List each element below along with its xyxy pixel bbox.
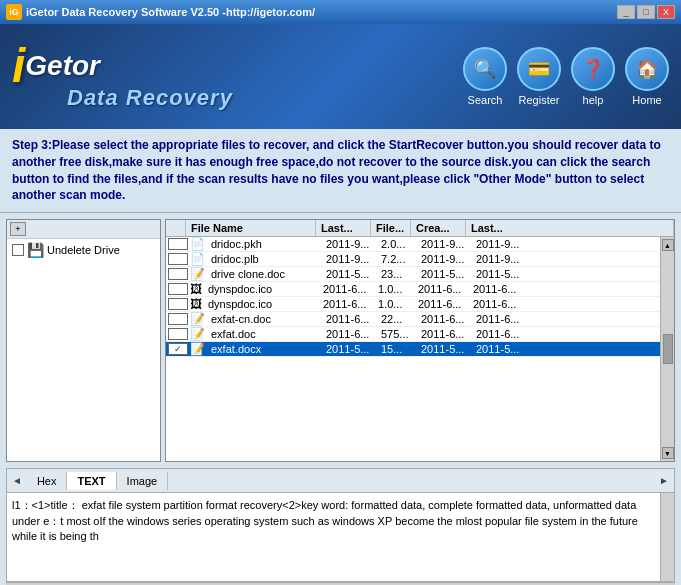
file-last2-cell: 2011-6... [469,282,660,296]
close-button[interactable]: X [657,5,675,19]
file-created-cell: 2011-6... [414,297,469,311]
row-checkbox[interactable] [168,253,188,265]
file-type-icon: 📝 [190,312,205,326]
nav-help[interactable]: ❓ help [571,47,615,106]
file-header-file: File... [371,220,411,236]
scroll-thumb[interactable] [663,334,673,364]
title-bar-title: iGetor Data Recovery Software V2.50 -htt… [26,6,315,18]
step-text: Step 3:Please select the appropriate fil… [0,129,681,213]
preview-content: l1：<1>title： exfat file system partition… [6,492,675,582]
tree-item-label: Undelete Drive [47,244,120,256]
table-row[interactable]: 📄dridoc.plb2011-9...7.2...2011-9...2011-… [166,252,660,267]
file-type-icon: 📄 [190,252,205,266]
file-name-cell: exfat.docx [207,342,322,356]
file-name-cell: dynspdoc.ico [204,282,319,296]
title-bar-controls: _ □ X [617,5,675,19]
file-header-last: Last... [316,220,371,236]
row-checkbox[interactable] [168,298,188,310]
preview-section: ◄ Hex TEXT Image ► l1：<1>title： exfat fi… [0,468,681,585]
file-last-cell: 2011-6... [319,297,374,311]
file-type-icon: 🖼 [190,297,202,311]
file-name-cell: dridoc.plb [207,252,322,266]
file-last2-cell: 2011-9... [472,252,660,266]
preview-tab-next-arrow[interactable]: ► [654,473,674,488]
scroll-down-arrow[interactable]: ▼ [662,447,674,459]
logo-letter-i: i [12,42,25,90]
preview-scrollbar-v[interactable] [660,493,674,581]
preview-tab-prev-arrow[interactable]: ◄ [7,473,27,488]
scroll-up-arrow[interactable]: ▲ [662,239,674,251]
maximize-button[interactable]: □ [637,5,655,19]
file-header-name: File Name [186,220,316,236]
nav-home[interactable]: 🏠 Home [625,47,669,106]
file-last2-cell: 2011-5... [472,342,660,356]
file-name-cell: exfat.doc [207,327,322,341]
file-type-icon: 📝 [190,327,205,341]
file-size-cell: 1.0... [374,282,414,296]
file-table-header: File Name Last... File... Crea... Last..… [166,220,674,237]
file-last2-cell: 2011-5... [472,267,660,281]
tree-item-undelete-drive[interactable]: 💾 Undelete Drive [7,239,160,261]
file-created-cell: 2011-6... [417,312,472,326]
row-checkbox[interactable] [168,343,188,355]
file-last2-cell: 2011-9... [472,237,660,251]
table-row[interactable]: 📄dridoc.pkh2011-9...2.0...2011-9...2011-… [166,237,660,252]
logo-area: i Getor Data Recovery [12,42,233,111]
file-type-icon: 🖼 [190,282,202,296]
tree-expand-button[interactable]: + [10,222,26,236]
drive-icon: 💾 [27,242,44,258]
logo-top: i Getor [12,42,100,90]
file-type-icon: 📝 [190,267,205,281]
row-checkbox[interactable] [168,268,188,280]
logo-getor: Getor [25,52,100,80]
preview-tab-text[interactable]: TEXT [67,472,116,490]
search-icon: 🔍 [463,47,507,91]
preview-text: l1：<1>title： exfat file system partition… [7,493,660,581]
table-row[interactable]: 📝exfat.docx2011-5...15...2011-5...2011-5… [166,342,660,357]
nav-search[interactable]: 🔍 Search [463,47,507,106]
preview-tab-hex[interactable]: Hex [27,472,68,490]
file-size-cell: 575... [377,327,417,341]
file-name-cell: exfat-cn.doc [207,312,322,326]
logo-data-recovery: Data Recovery [67,85,233,111]
file-table-wrap: 📄dridoc.pkh2011-9...2.0...2011-9...2011-… [166,237,674,461]
row-checkbox[interactable] [168,313,188,325]
file-type-icon: 📄 [190,237,205,251]
table-row[interactable]: 📝drive clone.doc2011-5...23...2011-5...2… [166,267,660,282]
file-created-cell: 2011-6... [414,282,469,296]
table-row[interactable]: 📝exfat.doc2011-6...575...2011-6...2011-6… [166,327,660,342]
title-bar: iG iGetor Data Recovery Software V2.50 -… [0,0,681,24]
file-type-icon: 📝 [190,342,205,356]
preview-tab-image[interactable]: Image [117,472,169,490]
file-last-cell: 2011-6... [322,312,377,326]
nav-register[interactable]: 💳 Register [517,47,561,106]
row-checkbox[interactable] [168,328,188,340]
file-last2-cell: 2011-6... [472,327,660,341]
file-last-cell: 2011-6... [322,327,377,341]
row-checkbox[interactable] [168,283,188,295]
table-row[interactable]: 🖼dynspdoc.ico2011-6...1.0...2011-6...201… [166,297,660,312]
file-name-cell: drive clone.doc [207,267,322,281]
app-icon: iG [6,4,22,20]
tree-toolbar: + [7,220,160,239]
minimize-button[interactable]: _ [617,5,635,19]
file-header-last2: Last... [466,220,674,236]
preview-tabs: ◄ Hex TEXT Image ► [6,468,675,492]
nav-search-label: Search [468,94,503,106]
title-bar-left: iG iGetor Data Recovery Software V2.50 -… [6,4,315,20]
row-checkbox[interactable] [168,238,188,250]
nav-home-label: Home [632,94,661,106]
file-size-cell: 15... [377,342,417,356]
file-created-cell: 2011-9... [417,237,472,251]
tree-item-checkbox[interactable] [12,244,24,256]
file-created-cell: 2011-6... [417,327,472,341]
table-row[interactable]: 📝exfat-cn.doc2011-6...22...2011-6...2011… [166,312,660,327]
home-icon: 🏠 [625,47,669,91]
file-last2-cell: 2011-6... [472,312,660,326]
file-last-cell: 2011-6... [319,282,374,296]
file-size-cell: 1.0... [374,297,414,311]
file-created-cell: 2011-5... [417,267,472,281]
scrollbar-vertical[interactable]: ▲ ▼ [660,237,674,461]
tree-panel: + 💾 Undelete Drive [6,219,161,462]
table-row[interactable]: 🖼dynspdoc.ico2011-6...1.0...2011-6...201… [166,282,660,297]
